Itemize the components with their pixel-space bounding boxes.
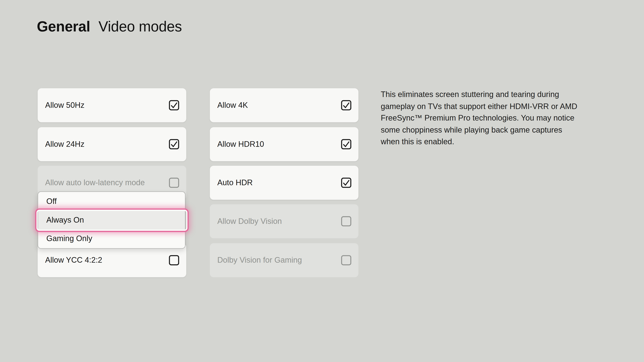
- setting-label: Allow 50Hz: [45, 101, 84, 110]
- option-label: Gaming Only: [46, 234, 92, 243]
- checkbox-unchecked: [169, 177, 179, 188]
- setting-card-allow-hdr10[interactable]: Allow HDR10: [210, 127, 358, 161]
- option-label: Always On: [46, 215, 84, 225]
- checkbox-checked[interactable]: [341, 139, 352, 149]
- setting-card-allow-24hz[interactable]: Allow 24Hz: [38, 127, 186, 161]
- checkbox-checked[interactable]: [341, 100, 352, 110]
- checkbox-unchecked: [341, 255, 352, 266]
- setting-label: Auto HDR: [217, 178, 253, 187]
- description-line: This eliminates screen stuttering and te…: [381, 89, 612, 101]
- option-label: Off: [46, 197, 57, 206]
- checkmark-icon: [171, 103, 177, 108]
- dropdown-option-off[interactable]: Off: [38, 192, 185, 211]
- dropdown-option-always-on[interactable]: Always On: [38, 211, 185, 229]
- checkbox-checked[interactable]: [169, 139, 179, 149]
- setting-label: Allow 24Hz: [45, 140, 84, 149]
- description-line: some choppiness while playing back game …: [381, 124, 612, 136]
- checkmark-icon: [344, 142, 349, 147]
- checkbox-unchecked[interactable]: [169, 255, 179, 266]
- setting-label: Allow HDR10: [217, 140, 264, 149]
- checkbox-checked[interactable]: [169, 100, 179, 110]
- setting-label: Allow Dolby Vision: [217, 217, 282, 226]
- setting-card-allow-50hz[interactable]: Allow 50Hz: [38, 88, 186, 122]
- setting-card-auto-hdr[interactable]: Auto HDR: [210, 166, 358, 200]
- section-title: General: [37, 18, 90, 34]
- setting-label: Allow auto low-latency mode: [45, 178, 145, 187]
- description-line: FreeSync™ Premium Pro technologies. You …: [381, 112, 612, 124]
- page-title: GeneralVideo modes: [37, 18, 182, 35]
- setting-card-dolby-vision-for-gaming: Dolby Vision for Gaming: [210, 243, 358, 277]
- dropdown-option-gaming-only[interactable]: Gaming Only: [38, 229, 185, 248]
- setting-card-allow-dolby-vision: Allow Dolby Vision: [210, 204, 358, 238]
- checkmark-icon: [344, 180, 349, 185]
- auto-low-latency-dropdown-menu: Off Always On Gaming Only: [38, 192, 185, 249]
- setting-description: This eliminates screen stuttering and te…: [381, 89, 612, 148]
- description-line: when this is enabled.: [381, 136, 612, 148]
- description-line: gameplay on TVs that support either HDMI…: [381, 101, 612, 112]
- checkbox-unchecked: [341, 216, 352, 227]
- setting-label: Allow YCC 4:2:2: [45, 256, 102, 265]
- checkmark-icon: [171, 142, 177, 147]
- video-modes-settings-screen: GeneralVideo modes Allow 50Hz Allow 24Hz…: [0, 0, 644, 362]
- setting-card-allow-4k[interactable]: Allow 4K: [210, 88, 358, 122]
- checkmark-icon: [344, 103, 349, 108]
- checkbox-checked[interactable]: [341, 177, 352, 188]
- subpage-title: Video modes: [98, 18, 182, 34]
- setting-label: Dolby Vision for Gaming: [217, 256, 302, 265]
- setting-label: Allow 4K: [217, 101, 248, 110]
